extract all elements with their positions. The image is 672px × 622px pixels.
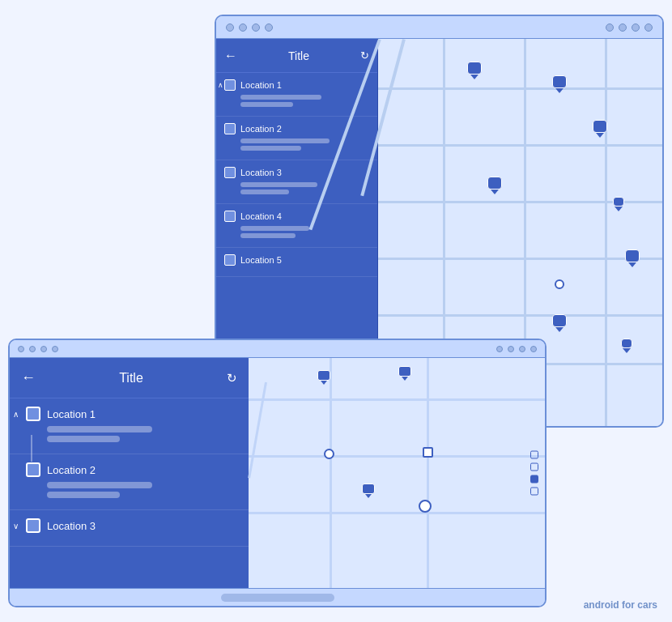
dot: [18, 346, 24, 352]
dot: [52, 346, 58, 352]
front-loc2-bar2: [47, 492, 120, 498]
front-content: ← Title ↻ ∧ Location 1: [10, 358, 545, 588]
brand-android: android: [584, 599, 619, 611]
dot: [632, 23, 640, 32]
front-loc1-bar1: [47, 426, 152, 432]
front-bottom-bar: [10, 588, 545, 606]
dot: [519, 346, 525, 352]
front-square-marker: [423, 447, 433, 458]
scroll-indicator-dot: [530, 488, 538, 496]
front-location-list: ∧ Location 1 Location 2: [10, 398, 249, 588]
front-screen-top-bar: [10, 340, 545, 358]
back-loc5-header: Location 5: [224, 254, 369, 266]
back-screen-top-bar: [216, 16, 662, 39]
front-road-h1: [249, 398, 545, 401]
front-map-pin-3: [362, 484, 375, 498]
back-loc4-name: Location 4: [240, 211, 282, 221]
location-icon: [26, 462, 40, 477]
back-loc3-header: Location 3: [224, 167, 369, 178]
brand-for-cars: for cars: [622, 599, 657, 611]
front-refresh-icon[interactable]: ↻: [227, 371, 237, 386]
front-panel-header: ← Title ↻: [10, 358, 249, 398]
road-v3: [605, 39, 607, 426]
back-loc2-bar2: [240, 146, 301, 151]
back-location-item[interactable]: Location 4: [216, 204, 377, 248]
scroll-indicator-dot: [530, 463, 538, 471]
front-loc1-header: Location 1: [26, 407, 237, 421]
dot: [508, 346, 514, 352]
circle-marker: [555, 279, 564, 289]
front-loc1-name: Location 1: [47, 408, 96, 420]
front-panel-title: Title: [119, 371, 143, 386]
brand-text: android for cars: [584, 599, 657, 611]
road-h1: [378, 87, 662, 90]
front-circle-marker-2: [419, 500, 432, 513]
front-map-pin-2: [398, 366, 411, 381]
dot: [496, 346, 503, 352]
front-road-v2: [427, 358, 429, 588]
dot: [619, 23, 627, 32]
location-icon: [224, 254, 236, 266]
back-loc5-name: Location 5: [240, 255, 282, 265]
front-circle-marker-1: [324, 449, 334, 459]
back-loc4-bar1: [240, 226, 309, 231]
location-icon: [224, 123, 236, 134]
chevron-down-icon: ∨: [13, 522, 19, 530]
back-top-dots-left: [226, 23, 273, 32]
front-top-dots-left: [18, 346, 58, 352]
front-map: [249, 358, 545, 588]
road-h2: [378, 144, 662, 147]
scroll-indicator-dot: [530, 451, 538, 459]
dot: [252, 23, 260, 32]
front-loc1-bar2: [47, 436, 120, 442]
back-top-dots-right: [606, 23, 653, 32]
front-loc2-header: Location 2: [26, 462, 237, 477]
location-icon: [26, 407, 40, 421]
dot: [40, 346, 47, 352]
front-panel: ← Title ↻ ∧ Location 1: [10, 358, 249, 588]
scroll-indicator-dot: [530, 475, 538, 484]
front-top-dots-right: [496, 346, 537, 352]
back-loc4-bar2: [240, 233, 296, 238]
road-h5: [378, 314, 662, 317]
front-map-pin-1: [317, 370, 330, 385]
back-loc2-name: Location 2: [240, 124, 282, 134]
side-indicators: [530, 451, 538, 496]
front-back-arrow-icon[interactable]: ←: [21, 369, 36, 386]
back-location-item[interactable]: Location 3: [216, 160, 377, 204]
front-location-item-3[interactable]: ∨ Location 3: [10, 510, 249, 547]
dot: [265, 23, 273, 32]
dot: [644, 23, 653, 32]
dot: [226, 23, 234, 32]
front-diagonal-road: [248, 382, 267, 479]
back-loc1-header: Location 1: [224, 79, 369, 91]
back-location-list: ∧ Location 1 Location 2: [216, 73, 377, 277]
road-h4: [378, 258, 662, 260]
location-icon: [224, 211, 236, 222]
back-loc3-bar2: [240, 190, 289, 194]
front-road-h2: [249, 455, 545, 458]
location-icon: [26, 518, 40, 533]
back-loc1-bar1: [240, 95, 321, 100]
bottom-pill: [221, 594, 334, 602]
front-loc2-name: Location 2: [47, 464, 96, 476]
front-road-v1: [330, 358, 332, 588]
front-screen: ← Title ↻ ∧ Location 1: [8, 339, 547, 607]
dot: [606, 23, 614, 32]
dot: [530, 346, 537, 352]
back-location-item[interactable]: Location 5: [216, 248, 377, 277]
back-loc1-name: Location 1: [240, 80, 282, 90]
front-location-item-2[interactable]: Location 2: [10, 454, 249, 510]
back-location-item[interactable]: Location 2: [216, 117, 377, 160]
back-arrow-icon[interactable]: ←: [224, 49, 237, 63]
back-loc1-bar2: [240, 102, 293, 107]
front-location-item-1[interactable]: ∧ Location 1: [10, 398, 249, 454]
back-loc3-bar1: [240, 182, 317, 187]
front-loc2-bar1: [47, 482, 152, 488]
back-refresh-icon[interactable]: ↻: [360, 49, 369, 62]
location-icon: [224, 167, 236, 178]
back-panel-title: Title: [288, 49, 309, 62]
front-loc3-header: Location 3: [26, 518, 237, 533]
front-loc3-name: Location 3: [47, 520, 96, 532]
location-icon: [224, 79, 236, 91]
